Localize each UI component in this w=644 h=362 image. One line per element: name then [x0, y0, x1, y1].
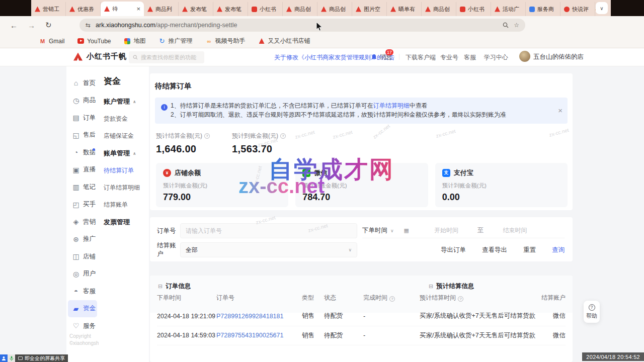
sidebar-item-data[interactable]: ◔数据 [66, 144, 99, 161]
bookmark-xhs-shop[interactable]: 又又小红书店铺 [259, 37, 310, 45]
bookmark-gmail[interactable]: MGmail [39, 38, 64, 45]
reset-button[interactable]: 重置 [523, 246, 536, 254]
submenu-item-settle-bill[interactable]: 结算账单 [104, 201, 149, 209]
bookmark-video-helper[interactable]: ∞视频号助手 [206, 37, 246, 45]
xiaohongshu-favicon [252, 7, 257, 12]
app-logo[interactable]: 小红书千帆 [73, 52, 127, 61]
microphone-icon[interactable] [8, 354, 15, 362]
tab-label: 商品列 [155, 6, 172, 13]
sidebar-item-marketing[interactable]: ◈营销 [66, 213, 99, 231]
export-orders-button[interactable]: 导出订单 [441, 246, 466, 254]
store-name[interactable]: 五台山的佑佑的店 [533, 53, 584, 61]
submenu-item-payment-funds[interactable]: 货款资金 [104, 115, 149, 123]
submenu-group-bills[interactable]: 账单管理∧ [104, 149, 149, 158]
download-client-link[interactable]: 下载客户端 [406, 53, 436, 62]
search-icon[interactable] [503, 22, 509, 28]
start-date-placeholder[interactable]: 开始时间 [434, 226, 458, 235]
sidebar-item-orders[interactable]: ▤订单 [66, 109, 99, 127]
search-placeholder: 搜索查找你想要的功能 [141, 54, 196, 61]
tab[interactable]: 商品创 [317, 2, 352, 16]
url-text[interactable]: ark.xiaohongshu.com/app-merchant/pending… [96, 22, 498, 29]
close-tab-icon[interactable]: × [136, 6, 140, 12]
tab-active[interactable]: 待× [101, 2, 144, 16]
tab[interactable]: 小红书 [248, 2, 283, 16]
settle-account-select[interactable]: 全部 ∨ [180, 242, 357, 257]
submenu-item-settle-detail[interactable]: 订单结算明细 [104, 184, 149, 192]
submenu-group-account[interactable]: 账户管理∧ [104, 97, 149, 106]
sidebar-item-users[interactable]: ◎用户 [66, 265, 99, 283]
feature-search-input[interactable]: 搜索查找你想要的功能 [129, 51, 204, 63]
tab[interactable]: 服务商 [526, 2, 560, 16]
question-icon[interactable]: ? [458, 296, 463, 302]
sidebar-item-goods[interactable]: ◷商品 [66, 92, 99, 110]
view-export-button[interactable]: 查看导出 [482, 246, 507, 254]
forward-button[interactable]: → [28, 21, 35, 30]
cell-settle-time: 买家/系统确认收货+7天无售后可结算货款 [420, 312, 538, 320]
back-button[interactable]: ← [10, 21, 18, 30]
pro-account-link[interactable]: 专业号 [440, 53, 458, 62]
sidebar-item-promotion[interactable]: ⊛推广 [66, 231, 99, 248]
tab-overflow-chevron[interactable]: ∨ [596, 2, 608, 14]
tab[interactable]: 活动广 [491, 2, 526, 16]
url-bar[interactable]: ⇆ ark.xiaohongshu.com/app-merchant/pendi… [79, 19, 525, 32]
site-settings-icon[interactable]: ⇆ [86, 22, 91, 29]
order-no-input[interactable] [180, 223, 357, 238]
youtube-icon [77, 38, 84, 44]
sidebar-item-funds[interactable]: ▰资金 [68, 300, 97, 318]
tab[interactable]: 晒单有 [387, 2, 422, 16]
order-number-link[interactable]: P728975543190025671 [216, 332, 302, 339]
sidebar-item-home[interactable]: ⌂首页 [66, 74, 99, 92]
tab[interactable]: 商品创 [422, 2, 456, 16]
participant-icon[interactable] [0, 354, 8, 362]
date-range-picker[interactable]: 下单时间 ∨ ▦ 开始时间 至 结束时间 [362, 223, 565, 238]
live-icon: ▣ [72, 166, 80, 174]
sidebar-item-services[interactable]: ♡服务 [66, 317, 99, 335]
page-title: 待结算订单 [155, 81, 568, 91]
ark-favicon [182, 7, 188, 12]
customer-service-link[interactable]: 客服 [464, 53, 476, 62]
sidebar-item-aftersale[interactable]: ◱售后 [66, 127, 99, 144]
bookmark-star-icon[interactable]: ☆ [514, 22, 519, 29]
shop-icon: ◫ [72, 252, 80, 260]
tab[interactable]: 图片空 [352, 2, 387, 16]
bookmark-promo[interactable]: ↻推广管理 [159, 37, 193, 45]
close-icon[interactable]: × [558, 106, 562, 115]
sidebar-item-live[interactable]: ▣直播 [66, 161, 99, 179]
marketing-icon: ◈ [72, 218, 80, 226]
question-icon[interactable]: ? [204, 133, 210, 139]
end-date-placeholder[interactable]: 结束时间 [503, 226, 527, 235]
sidebar-item-notes[interactable]: ▥笔记 [66, 178, 99, 196]
query-button[interactable]: 查询 [552, 246, 565, 254]
order-number-link[interactable]: P728991269928418181 [216, 313, 302, 320]
question-icon[interactable]: ? [389, 296, 395, 302]
tab[interactable]: 小红书 [456, 2, 491, 16]
tab-label: 发布笔 [190, 6, 207, 13]
tab[interactable]: 营销工 [31, 2, 66, 16]
chevron-down-icon[interactable]: ∨ [578, 53, 581, 58]
help-button[interactable]: ? 帮助 [584, 301, 600, 323]
tab[interactable]: 发布笔 [179, 2, 213, 16]
reload-button[interactable]: ↻ [45, 21, 52, 30]
store-avatar[interactable] [519, 51, 530, 62]
sidebar-item-buyer[interactable]: ◰买手 [66, 196, 99, 214]
tab-label: 活动广 [503, 6, 519, 13]
bookmark-youtube[interactable]: YouTube [77, 38, 111, 45]
tab[interactable]: 快说评 [560, 2, 595, 16]
sidebar-item-service[interactable]: ◓客服 [66, 283, 99, 300]
submenu-item-deposit[interactable]: 店铺保证金 [104, 132, 149, 140]
tab[interactable]: 优惠券 [66, 2, 101, 16]
tab[interactable]: 发布笔 [213, 2, 248, 16]
bookmark-maps[interactable]: 地图 [124, 37, 146, 45]
settle-detail-link[interactable]: 订单结算明细 [373, 102, 410, 109]
time-type-select[interactable]: 下单时间 [362, 226, 387, 235]
sidebar-label: 笔记 [83, 183, 96, 192]
tab[interactable]: 商品列 [144, 2, 179, 16]
sidebar-item-shop[interactable]: ◫店铺 [66, 248, 99, 265]
submenu-group-invoice[interactable]: 发票管理 [104, 218, 149, 227]
cell-type: 销售 [302, 312, 324, 320]
submenu-item-pending-settle[interactable]: 待结算订单 [104, 166, 149, 175]
learning-center-link[interactable]: 学习中心 [484, 53, 508, 62]
tab-label: 快说评 [572, 6, 589, 13]
tab[interactable]: 商品创 [283, 2, 317, 16]
question-icon[interactable]: ? [280, 133, 286, 139]
